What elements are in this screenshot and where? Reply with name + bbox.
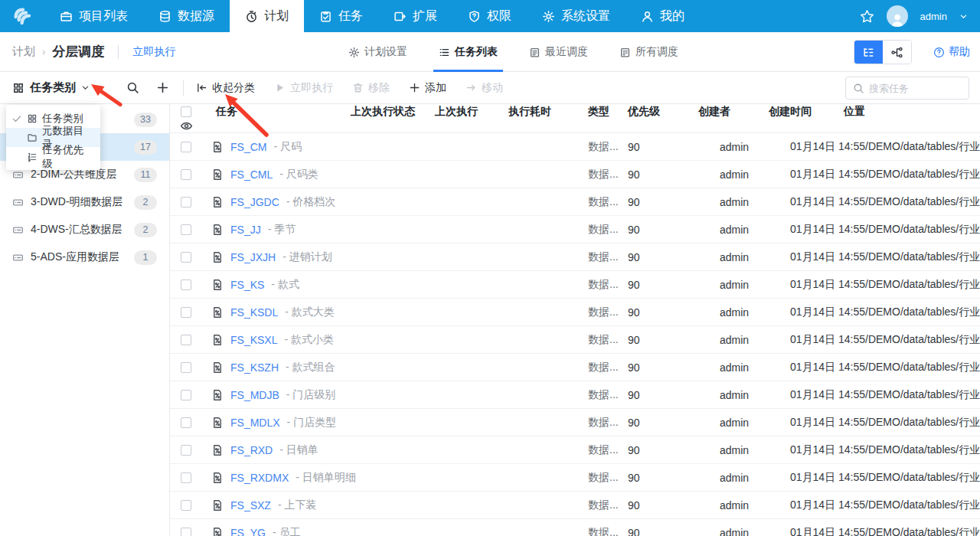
task-priority: 90 — [628, 499, 692, 511]
stopwatch-icon — [245, 10, 258, 23]
task-link[interactable]: FS_CM — [230, 141, 266, 153]
toolbar-button[interactable]: 收起分类 — [196, 81, 255, 95]
star-icon[interactable] — [860, 9, 874, 24]
table-row: FS_RXD - 日销单数据...90admin01月14日 14:55/DEM… — [170, 436, 980, 464]
search-icon[interactable] — [126, 81, 139, 94]
row-checkbox[interactable] — [181, 417, 191, 428]
gear-icon — [542, 10, 555, 23]
task-link[interactable]: FS_KS — [230, 279, 264, 291]
nav-item[interactable]: 数据源 — [143, 0, 230, 32]
task-creator: admin — [692, 527, 763, 536]
dropdown-item[interactable]: 任务优先级 — [6, 147, 100, 166]
table-row: FS_KSZH - 款式组合数据...90admin01月14日 14:55/D… — [170, 354, 980, 381]
task-count-badge: 33 — [134, 113, 157, 127]
task-link[interactable]: FS_SXZ — [230, 499, 271, 511]
row-checkbox[interactable] — [181, 252, 191, 263]
view-mode-button[interactable] — [883, 41, 911, 64]
task-name: - 进销计划 — [283, 250, 332, 264]
row-checkbox[interactable] — [181, 307, 191, 318]
grid-icon — [27, 113, 38, 124]
row-checkbox[interactable] — [181, 362, 191, 373]
task-table: 任务上次执行状态上次执行执行耗时类型优先级创建者创建时间位置 FS_CM - 尺… — [170, 104, 980, 536]
row-checkbox[interactable] — [181, 500, 191, 511]
tab[interactable]: 最近调度 — [529, 32, 588, 72]
nav-item[interactable]: 计划 — [230, 0, 304, 32]
row-checkbox[interactable] — [181, 224, 191, 235]
category-selector[interactable]: 任务类别 — [12, 80, 90, 95]
task-link[interactable]: FS_JXJH — [230, 251, 276, 263]
row-checkbox[interactable] — [181, 528, 191, 536]
toolbar-button-label: 移除 — [368, 81, 390, 95]
task-link[interactable]: FS_MDLX — [230, 417, 280, 429]
row-checkbox[interactable] — [181, 445, 191, 456]
app-logo[interactable] — [0, 0, 44, 32]
task-link[interactable]: FS_KSDL — [230, 306, 278, 319]
tab-label: 计划设置 — [364, 45, 407, 59]
main-area: 33层172-DIM-公共维度层113-DWD-明细数据层24-DWS-汇总数据… — [0, 104, 980, 536]
task-cell: FS_RXD - 日销单 — [202, 443, 351, 457]
nav-item[interactable]: 系统设置 — [527, 0, 626, 32]
row-checkbox[interactable] — [181, 279, 191, 290]
row-checkbox[interactable] — [181, 335, 191, 345]
row-checkbox[interactable] — [181, 390, 191, 400]
doc-percent-icon — [211, 334, 224, 346]
sidebar-category-item[interactable]: 4-DWS-汇总数据层2 — [0, 216, 169, 243]
nav-item[interactable]: 我的 — [626, 0, 700, 32]
nav-item[interactable]: 任务 — [304, 0, 378, 32]
table-row: FS_CML - 尺码类数据...90admin01月14日 14:55/DEM… — [170, 161, 980, 188]
task-link[interactable]: FS_JJ — [230, 224, 261, 236]
doc-percent-icon — [211, 168, 224, 181]
task-type: 数据... — [588, 443, 628, 457]
task-created-time: 01月14日 14:55 — [763, 223, 838, 237]
doc-percent-icon — [211, 527, 224, 536]
task-link[interactable]: FS_KSXL — [230, 334, 277, 346]
chevron-down-icon — [81, 83, 90, 92]
collapse-left-icon — [196, 82, 207, 93]
task-cell: FS_CM - 尺码 — [202, 140, 351, 154]
view-mode-button[interactable] — [854, 41, 883, 64]
sub-header: 计划 › 分层调度 立即执行 计划设置任务列表最近调度所有调度 帮助 — [0, 32, 980, 72]
task-link[interactable]: FS_YG — [230, 527, 266, 536]
user-name[interactable]: admin — [920, 11, 947, 22]
run-now-link[interactable]: 立即执行 — [132, 45, 175, 59]
avatar[interactable] — [887, 5, 908, 27]
task-name: - 员工 — [273, 526, 301, 536]
task-link[interactable]: FS_KSZH — [230, 361, 279, 374]
tab[interactable]: 所有调度 — [619, 32, 678, 72]
select-all-checkbox[interactable] — [181, 106, 191, 117]
row-checkbox[interactable] — [181, 472, 191, 483]
doc-percent-icon — [211, 279, 224, 291]
row-checkbox[interactable] — [181, 169, 191, 180]
breadcrumb-section[interactable]: 计划 — [12, 44, 35, 59]
task-priority: 90 — [628, 444, 692, 456]
task-priority: 90 — [628, 141, 692, 153]
sidebar-category-item[interactable]: 3-DWD-明细数据层2 — [0, 188, 169, 216]
nav-item[interactable]: 权限 — [452, 0, 527, 32]
task-created-time: 01月14日 14:55 — [763, 416, 838, 430]
eye-icon[interactable] — [180, 119, 193, 132]
task-link[interactable]: FS_CML — [230, 168, 273, 181]
row-checkbox[interactable] — [181, 197, 191, 208]
recent-schedule-icon — [529, 47, 541, 58]
task-link[interactable]: FS_RXDMX — [230, 472, 289, 484]
help-button[interactable]: 帮助 — [933, 45, 970, 59]
search-icon — [853, 83, 864, 94]
column-header: 上次执行状态 — [351, 105, 435, 119]
nav-item[interactable]: 项目列表 — [44, 0, 143, 32]
task-link[interactable]: FS_MDJB — [230, 389, 279, 401]
chevron-down-icon[interactable] — [959, 12, 968, 21]
task-search-input[interactable] — [869, 83, 953, 94]
tab[interactable]: 计划设置 — [348, 32, 407, 72]
tab[interactable]: 任务列表 — [439, 32, 498, 72]
task-type: 数据... — [588, 306, 628, 319]
toolbar-button[interactable]: 添加 — [409, 81, 446, 95]
nav-item[interactable]: 扩展 — [378, 0, 452, 32]
arrow-right-icon — [466, 82, 477, 93]
task-type: 数据... — [588, 388, 628, 402]
row-checkbox[interactable] — [181, 142, 191, 152]
task-name: - 季节 — [268, 223, 296, 237]
sidebar-category-item[interactable]: 5-ADS-应用数据层1 — [0, 243, 169, 271]
task-link[interactable]: FS_RXD — [230, 444, 273, 456]
add-category-icon[interactable] — [156, 81, 169, 94]
task-link[interactable]: FS_JGDC — [230, 196, 279, 208]
